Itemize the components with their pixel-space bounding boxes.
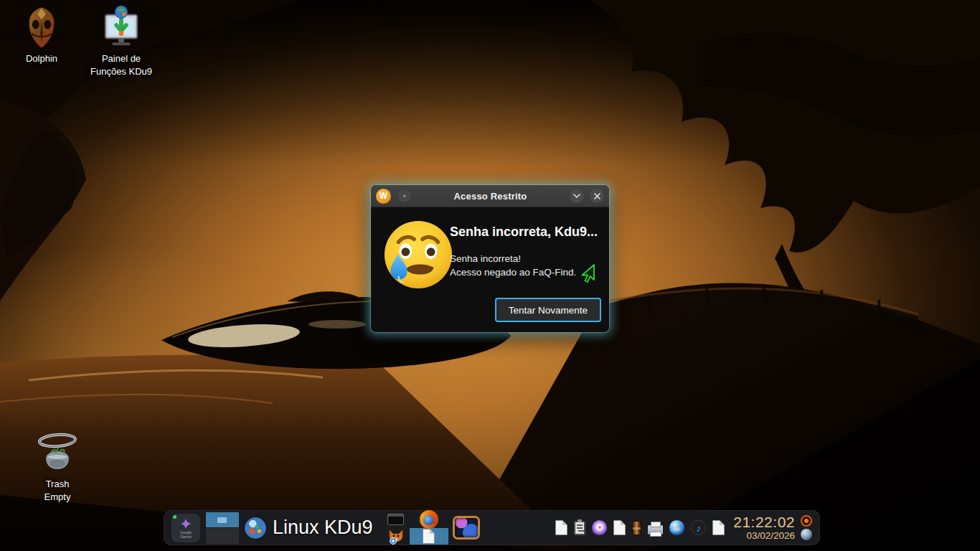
roll-up-button[interactable]: [570, 189, 584, 203]
green-mouse-cursor-icon: [579, 264, 596, 283]
network-globe-icon[interactable]: [669, 520, 684, 535]
dialog-message: Senha incorreta! Acesso negado ao FaQ-Fi…: [450, 252, 576, 279]
pager-desktop-1[interactable]: [206, 512, 239, 528]
chevron-down-icon: [573, 194, 580, 198]
pager-desktop-2[interactable]: [206, 528, 239, 544]
crying-face-emoji: [382, 218, 455, 291]
printer-icon[interactable]: [648, 525, 663, 534]
digital-clock[interactable]: 21:22:02 03/02/2026: [733, 514, 795, 541]
dolphin-mask-icon: [22, 6, 61, 49]
tray-document-icon[interactable]: [613, 520, 626, 535]
firefox-icon: [420, 510, 438, 529]
tray-document-icon[interactable]: [555, 520, 567, 535]
desktop-title: Linux KDu9: [273, 517, 373, 539]
desktop-icon-label: Painel de Funções KDu9: [88, 52, 154, 78]
barrel-icon[interactable]: [632, 521, 641, 535]
gemini-sparkle-icon: [179, 517, 192, 530]
trash-label: Trash: [46, 478, 70, 491]
activity-indicator-dot: [173, 515, 176, 519]
orange-ring-icon[interactable]: [801, 515, 812, 527]
monitor-download-icon: [99, 4, 143, 49]
dialog-titlebar[interactable]: W Acesso Restrito: [371, 185, 609, 207]
desktop: Dolphin Painel de Funções KDu9: [0, 0, 980, 551]
task-terminal[interactable]: [383, 511, 409, 527]
document-icon: [423, 529, 435, 544]
close-button[interactable]: [590, 189, 604, 203]
virtual-desktop-pager[interactable]: [206, 512, 239, 544]
dialog-message-line1: Senha incorreta!: [450, 252, 576, 265]
dialog-heading: Senha incorreta, Kdu9...: [450, 225, 598, 240]
pin-button[interactable]: [398, 189, 411, 202]
tray-overflow-column: [801, 515, 812, 540]
retry-button[interactable]: Tentar Novamente: [495, 298, 601, 322]
desktop-icon-painel-kdu9[interactable]: Painel de Funções KDu9: [88, 4, 155, 78]
dialog-title: Acesso Restrito: [411, 191, 570, 202]
clipboard-icon[interactable]: [574, 521, 585, 535]
dialog-body: Senha incorreta, Kdu9... Senha incorreta…: [371, 207, 609, 331]
task-fox-new[interactable]: [383, 528, 409, 545]
task-firefox[interactable]: [410, 511, 448, 527]
task-manager: [383, 511, 448, 545]
trash-halo-icon: [35, 433, 80, 474]
terminal-icon: [387, 514, 404, 525]
mini-globe-icon[interactable]: [801, 529, 812, 540]
taskbar-panel: Google Gemini Linux KDu9: [164, 510, 820, 545]
desktop-icon-dolphin[interactable]: Dolphin: [12, 6, 71, 65]
system-tray: ♪: [555, 520, 725, 535]
close-icon: [594, 193, 600, 199]
gemini-launcher[interactable]: Google Gemini: [171, 514, 200, 542]
desktop-icon-label: Dolphin: [26, 52, 57, 65]
purple-orb-icon[interactable]: [592, 520, 607, 535]
app-menu-globe-icon[interactable]: [245, 517, 266, 539]
music-note-glyph: ♪: [696, 523, 701, 533]
audio-note-icon[interactable]: ♪: [691, 520, 706, 535]
trash-status: Empty: [44, 491, 71, 504]
desktop-icon-trash[interactable]: Trash Empty: [28, 433, 87, 504]
access-restricted-dialog: W Acesso Restrito: [371, 185, 609, 332]
retro-tv-launcher[interactable]: [453, 516, 480, 540]
clock-date: 03/02/2026: [733, 531, 795, 541]
fox-plus-icon: [387, 529, 405, 545]
dialog-message-line2: Acesso negado ao FaQ-Find.: [450, 265, 576, 279]
task-document-active[interactable]: [410, 528, 448, 545]
clock-time: 21:22:02: [733, 514, 795, 529]
gemini-label: Google Gemini: [174, 530, 197, 539]
app-badge-w-icon: W: [376, 189, 391, 204]
tray-document-icon[interactable]: [712, 520, 725, 535]
